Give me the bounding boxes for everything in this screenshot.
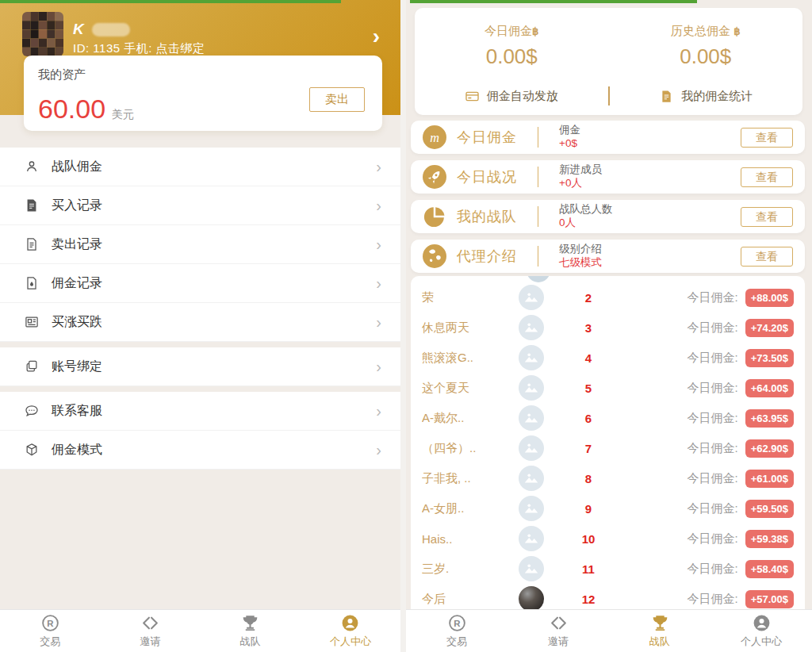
view-button[interactable]: 查看 (741, 167, 793, 187)
nav-label: 个人中心 (741, 635, 782, 649)
menu-item-label: 买入记录 (52, 198, 102, 214)
document-filled-icon (659, 89, 674, 104)
view-button[interactable]: 查看 (741, 207, 793, 227)
nav-invite[interactable]: 邀请 (100, 610, 200, 652)
vertical-divider (538, 246, 538, 267)
menu-item-buy-up-down[interactable]: 买涨买跌 › (0, 303, 400, 342)
card-title: 代理介绍 (457, 247, 538, 266)
menu-item-account-binding[interactable]: 账号绑定 › (0, 347, 400, 386)
svg-text:m: m (430, 131, 439, 145)
menu-item-team-commission[interactable]: 战队佣金 › (0, 148, 400, 186)
leaderboard-row: 熊滚滚G.. 4 今日佣金: +73.50$ (411, 343, 805, 373)
news-icon (24, 314, 40, 330)
menu-item-label: 卖出记录 (52, 236, 102, 253)
leaderboard-row: A-戴尔.. 6 今日佣金: +63.95$ (411, 403, 805, 433)
view-button[interactable]: 查看 (741, 128, 793, 148)
menu-item-label: 买涨买跌 (52, 314, 102, 331)
commission-label: 今日佣金: (687, 351, 737, 366)
menu-item-commission-mode[interactable]: 佣金模式 › (0, 431, 400, 470)
rank-number: 4 (544, 351, 633, 365)
user-name-redacted (92, 23, 130, 36)
bank-card-icon (465, 89, 480, 104)
registered-icon: R (40, 613, 60, 633)
invite-icon (549, 613, 569, 633)
commission-label: 今日佣金: (687, 290, 737, 305)
rank-number: 9 (544, 502, 633, 516)
leaderboard[interactable]: 荣 2 今日佣金: +88.00$ 休息两天 3 今日佣金: +74.20$ 熊… (411, 276, 805, 652)
sell-button[interactable]: 卖出 (309, 87, 365, 112)
chevron-right-icon: › (376, 275, 381, 291)
globe-icon (423, 244, 446, 268)
rank-number: 10 (544, 532, 633, 546)
card-sub-value: 0人 (559, 217, 613, 230)
leaderboard-row: 休息两天 3 今日佣金: +74.20$ (411, 313, 805, 343)
avatar-placeholder-icon (519, 466, 544, 491)
copy-icon (24, 359, 40, 374)
progress-bar (410, 0, 697, 3)
agent-intro-card: 代理介绍 级别介绍 七级模式 查看 (411, 240, 805, 273)
avatar[interactable] (22, 12, 63, 56)
commission-badge: +62.90$ (745, 439, 794, 458)
commission-badge: +63.95$ (745, 409, 794, 428)
leaderboard-row: （四爷）.. 7 今日佣金: +62.90$ (411, 433, 805, 463)
coin-m-icon: m (423, 125, 446, 149)
commission-record-icon (24, 275, 40, 291)
commission-label: 今日佣金: (687, 471, 737, 486)
leaderboard-row: 三岁. 11 今日佣金: +58.40$ (411, 554, 805, 584)
menu-item-commission-records[interactable]: 佣金记录 › (0, 264, 400, 303)
document-filled-icon (24, 198, 40, 213)
card-sub-value: 七级模式 (559, 256, 602, 270)
nav-trade[interactable]: R 交易 (0, 610, 100, 652)
person-circle-icon (752, 613, 772, 633)
pie-chart-icon (423, 205, 446, 228)
nav-label: 战队 (240, 635, 261, 649)
card-title: 我的战队 (457, 207, 538, 226)
avatar-placeholder-icon (519, 435, 544, 461)
nav-team[interactable]: 战队 (609, 610, 710, 652)
avatar-placeholder-icon (519, 345, 544, 370)
rank-number: 12 (544, 593, 633, 606)
document-icon (24, 236, 40, 252)
user-id-line[interactable]: ID: 1135 手机: 点击绑定 (73, 41, 205, 56)
member-name: 这个夏天 (422, 381, 519, 396)
nav-trade[interactable]: R 交易 (406, 610, 508, 652)
user-icon (24, 159, 40, 175)
card-title: 今日佣金 (457, 128, 538, 147)
commission-label: 今日佣金: (687, 592, 737, 607)
leaderboard-row: Hais.. 10 今日佣金: +59.38$ (411, 524, 805, 554)
nav-personal-center[interactable]: 个人中心 (710, 610, 812, 652)
person-circle-icon (340, 613, 360, 633)
commission-label: 今日佣金: (687, 381, 737, 396)
bottom-nav: R 交易 邀请 战队 个人中心 (0, 609, 400, 652)
asset-label: 我的资产 (38, 67, 368, 82)
rank-number: 7 (544, 442, 633, 455)
nav-invite[interactable]: 邀请 (508, 610, 609, 652)
today-commission-card: m 今日佣金 佣金 +0$ 查看 (411, 121, 805, 154)
chevron-right-icon[interactable]: › (373, 24, 380, 49)
nav-team[interactable]: 战队 (201, 610, 301, 652)
stat-label: 历史总佣金 (671, 24, 730, 37)
nav-personal-center[interactable]: 个人中心 (301, 610, 400, 652)
menu-item-sell-records[interactable]: 卖出记录 › (0, 225, 400, 264)
chevron-right-icon: › (376, 314, 381, 330)
today-battle-card: 今日战况 新进成员 +0人 查看 (411, 160, 805, 194)
asset-currency: 美元 (112, 108, 134, 122)
chevron-right-icon: › (376, 359, 381, 374)
team-screen: 今日佣金฿ 0.00$ 历史总佣金 ฿ 0.00$ 佣金自动发放 我的佣金统计 … (406, 0, 812, 652)
my-commission-stats-link[interactable]: 我的佣金统计 (610, 89, 803, 104)
leaderboard-row: 子非我, .. 8 今日佣金: +61.00$ (411, 463, 805, 493)
screens-divider (400, 0, 406, 652)
menu-item-customer-service[interactable]: 联系客服 › (0, 392, 400, 431)
avatar-placeholder-icon (519, 526, 544, 551)
chat-icon (24, 403, 40, 419)
commission-label: 今日佣金: (687, 501, 737, 516)
personal-center-screen: K ID: 1135 手机: 点击绑定 › 我的资产 60.00 美元 卖出 战… (0, 0, 400, 652)
svg-text:R: R (454, 619, 461, 628)
auto-payout-link[interactable]: 佣金自动发放 (415, 89, 608, 104)
asset-card: 我的资产 60.00 美元 卖出 (24, 56, 382, 131)
commission-badge: +58.40$ (745, 560, 794, 578)
view-button[interactable]: 查看 (741, 247, 793, 267)
menu-item-buy-records[interactable]: 买入记录 › (0, 186, 400, 225)
avatar-placeholder-icon (519, 375, 544, 401)
commission-summary-card: 今日佣金฿ 0.00$ 历史总佣金 ฿ 0.00$ 佣金自动发放 我的佣金统计 (415, 8, 802, 115)
